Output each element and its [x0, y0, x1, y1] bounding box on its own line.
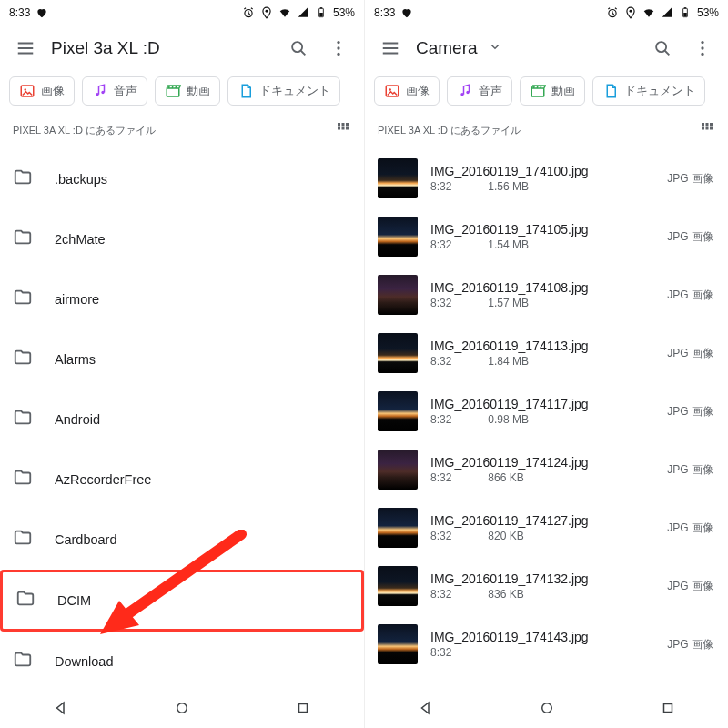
svg-rect-4: [319, 13, 323, 16]
chip-video[interactable]: 動画: [520, 76, 585, 106]
file-size: 866 KB: [488, 471, 523, 484]
file-list[interactable]: IMG_20160119_174100.jpg8:321.56 MBJPG 画像…: [365, 149, 728, 677]
chip-documents[interactable]: ドキュメント: [228, 76, 340, 106]
file-type-label: JPG 画像: [667, 404, 715, 420]
path-row: PIXEL 3A XL :D にあるファイル: [0, 116, 364, 149]
file-thumbnail: [378, 275, 418, 315]
file-time: 8:32: [430, 355, 451, 368]
filter-chip-row: 画像 音声 動画 ドキュメント: [0, 71, 364, 116]
file-size: 820 KB: [488, 530, 523, 542]
file-size: 1.56 MB: [488, 180, 529, 193]
nav-recents-button[interactable]: [295, 700, 311, 720]
folder-row[interactable]: .backups: [0, 149, 364, 209]
path-text: PIXEL 3A XL :D にあるファイル: [378, 124, 521, 137]
file-type-label: JPG 画像: [667, 637, 715, 652]
file-time: 8:32: [430, 238, 451, 251]
svg-rect-27: [683, 13, 687, 16]
svg-rect-14: [338, 123, 340, 126]
folder-icon: [13, 288, 33, 311]
overflow-button[interactable]: [682, 28, 723, 68]
chip-images[interactable]: 画像: [374, 76, 440, 106]
file-row[interactable]: IMG_20160119_174117.jpg8:320.98 MBJPG 画像: [365, 382, 728, 440]
nav-recents-button[interactable]: [660, 700, 676, 720]
menu-button[interactable]: [370, 28, 410, 68]
file-name: IMG_20160119_174127.jpg: [430, 513, 654, 528]
system-nav-bar: [0, 692, 364, 728]
search-button[interactable]: [278, 28, 318, 68]
folder-row[interactable]: Android: [0, 389, 364, 450]
file-row[interactable]: IMG_20160119_174105.jpg8:321.54 MBJPG 画像: [365, 207, 728, 266]
folder-icon: [13, 408, 33, 431]
file-time: 8:32: [430, 471, 451, 484]
file-meta: IMG_20160119_174143.jpg8:32: [430, 630, 654, 659]
file-row[interactable]: IMG_20160119_174143.jpg8:32JPG 画像: [365, 615, 728, 673]
screen-file-list: 8:33 53% Camera: [364, 0, 728, 728]
chip-audio[interactable]: 音声: [82, 76, 147, 106]
svg-rect-18: [342, 127, 345, 130]
page-title-dropdown[interactable]: Camera: [410, 38, 642, 59]
search-button[interactable]: [642, 28, 682, 68]
file-row[interactable]: IMG_20160119_174108.jpg8:321.57 MBJPG 画像: [365, 266, 728, 324]
folder-name: Alarms: [55, 352, 96, 367]
file-time: 8:32: [430, 530, 451, 542]
svg-rect-17: [338, 127, 340, 130]
file-thumbnail: [378, 333, 418, 373]
heart-icon: [35, 6, 48, 19]
file-row[interactable]: IMG_20160119_174127.jpg8:32820 KBJPG 画像: [365, 499, 728, 557]
nav-back-button[interactable]: [418, 700, 434, 720]
svg-point-21: [177, 703, 187, 713]
folder-row[interactable]: Alarms: [0, 329, 364, 389]
file-meta: IMG_20160119_174117.jpg8:320.98 MB: [430, 397, 654, 426]
page-title[interactable]: Pixel 3a XL :D: [46, 38, 278, 58]
svg-point-7: [337, 46, 339, 49]
battery-text: 53%: [333, 6, 355, 19]
app-bar: Pixel 3a XL :D: [0, 25, 364, 71]
svg-rect-38: [706, 123, 709, 126]
folder-list[interactable]: .backups2chMateairmoreAlarmsAndroidAzRec…: [0, 149, 364, 677]
folder-name: Cardboard: [55, 532, 117, 547]
heart-icon: [400, 6, 413, 19]
file-thumbnail: [378, 158, 418, 198]
nav-home-button[interactable]: [174, 700, 190, 720]
svg-point-1: [266, 10, 268, 13]
image-icon: [384, 83, 400, 99]
status-time: 8:33: [9, 6, 30, 19]
file-name: IMG_20160119_174100.jpg: [430, 164, 654, 178]
svg-rect-44: [663, 704, 672, 713]
folder-row[interactable]: Download: [0, 632, 364, 677]
svg-rect-16: [346, 123, 349, 126]
app-bar: Camera: [365, 25, 728, 71]
chip-audio[interactable]: 音声: [447, 76, 512, 106]
file-row[interactable]: IMG_20160119_174113.jpg8:321.84 MBJPG 画像: [365, 324, 728, 382]
view-toggle-button[interactable]: [335, 120, 351, 140]
battery-icon: [315, 6, 328, 19]
folder-row[interactable]: Cardboard: [0, 510, 364, 570]
view-toggle-button[interactable]: [699, 120, 715, 140]
chevron-down-icon: [487, 38, 503, 59]
nav-home-button[interactable]: [539, 700, 555, 720]
folder-row[interactable]: airmore: [0, 269, 364, 329]
folder-icon: [13, 348, 33, 371]
svg-rect-13: [167, 88, 179, 96]
chip-images[interactable]: 画像: [9, 76, 75, 106]
file-row[interactable]: IMG_20160119_174100.jpg8:321.56 MBJPG 画像: [365, 149, 728, 207]
folder-row[interactable]: AzRecorderFree: [0, 450, 364, 510]
file-name: IMG_20160119_174124.jpg: [430, 455, 654, 470]
menu-button[interactable]: [5, 28, 46, 68]
folder-row[interactable]: DCIM: [0, 570, 364, 632]
overflow-button[interactable]: [318, 28, 359, 68]
location-icon: [260, 6, 273, 19]
file-meta: IMG_20160119_174100.jpg8:321.56 MB: [430, 164, 654, 193]
location-icon: [624, 6, 637, 19]
chip-video[interactable]: 動画: [155, 76, 220, 106]
nav-back-button[interactable]: [53, 700, 69, 720]
chip-documents[interactable]: ドキュメント: [592, 76, 705, 106]
svg-point-10: [25, 88, 26, 90]
file-thumbnail: [378, 217, 418, 257]
music-icon: [92, 83, 108, 99]
file-row[interactable]: IMG_20160119_174124.jpg8:32866 KBJPG 画像: [365, 440, 728, 499]
file-thumbnail: [378, 391, 418, 431]
svg-rect-15: [342, 123, 345, 126]
folder-row[interactable]: 2chMate: [0, 209, 364, 269]
file-row[interactable]: IMG_20160119_174132.jpg8:32836 KBJPG 画像: [365, 557, 728, 615]
